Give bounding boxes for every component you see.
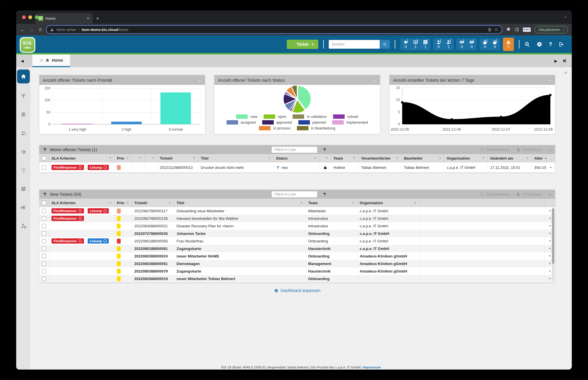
- column-header-prio[interactable]: Prio: [115, 199, 132, 207]
- column-filter-icon[interactable]: [526, 157, 529, 160]
- settings-gear-icon[interactable]: [536, 41, 542, 47]
- column-header-status[interactable]: Status: [274, 154, 319, 162]
- row-checkbox[interactable]: [42, 231, 46, 236]
- select-all-checkbox[interactable]: [42, 156, 46, 160]
- list-filter-input[interactable]: [272, 191, 317, 198]
- column-header-sla[interactable]: SLA Kriterien: [49, 154, 115, 162]
- sidebar-item-admin[interactable]: [16, 217, 30, 235]
- row-actions-icon[interactable]: [549, 166, 552, 169]
- column-header-titel[interactable]: Titel: [199, 154, 274, 162]
- column-filter-icon[interactable]: [151, 157, 155, 160]
- column-filter-icon[interactable]: [126, 157, 129, 160]
- row-checkbox[interactable]: [42, 239, 46, 243]
- column-filter-icon[interactable]: [300, 201, 303, 205]
- csv-export-button[interactable]: CSV-Export: [516, 192, 542, 196]
- scrollbar-thumb[interactable]: [552, 208, 554, 264]
- forward-button[interactable]: →: [29, 27, 34, 32]
- table-row[interactable]: 2022080388000024 neuer Mitarbeiter NAME …: [39, 252, 555, 260]
- column-filter-icon[interactable]: [268, 157, 271, 160]
- table-row[interactable]: 2022080188000091 Zugangskarte Haustechni…: [39, 245, 555, 252]
- bulk-action-button[interactable]: Sammelaktion: [480, 147, 510, 152]
- column-header-titel[interactable]: Titel: [174, 199, 306, 207]
- column-filter-icon[interactable]: [109, 157, 112, 160]
- toolbar-counter[interactable]: 0: [492, 40, 497, 49]
- row-actions-icon[interactable]: [548, 232, 551, 235]
- search-button[interactable]: [380, 40, 390, 49]
- customer-search-icon[interactable]: [524, 41, 530, 47]
- filter-icon[interactable]: [323, 192, 327, 196]
- update-extension-button[interactable]: Aktualisieren: [534, 26, 568, 33]
- column-filter-icon[interactable]: [351, 201, 355, 205]
- customize-dashboard-link[interactable]: Dashboard anpassen: [39, 288, 555, 293]
- column-filter-icon[interactable]: [353, 157, 356, 160]
- reload-button[interactable]: [38, 28, 42, 32]
- browser-tab[interactable]: KIX Home ✕: [35, 13, 93, 24]
- row-checkbox[interactable]: [42, 224, 46, 228]
- extensions-icon[interactable]: [506, 27, 511, 32]
- sidebar-item-contacts[interactable]: [16, 124, 30, 142]
- column-header-prio[interactable]: Prio: [115, 154, 132, 162]
- search-input[interactable]: [329, 40, 380, 49]
- list-filter-input[interactable]: [272, 147, 317, 153]
- close-window-button[interactable]: [22, 15, 26, 19]
- filter-icon[interactable]: [323, 148, 327, 152]
- close-tab-icon[interactable]: ✕: [87, 16, 90, 21]
- kix-logo[interactable]: KIX PRO: [20, 37, 35, 53]
- column-header-sla[interactable]: SLA Kriterien: [49, 199, 115, 207]
- sidebar-item-reports[interactable]: [16, 180, 30, 198]
- sidebar-item-news[interactable]: [16, 198, 30, 217]
- row-checkbox[interactable]: [42, 209, 46, 213]
- table-row[interactable]: FirstResponsei Lösungi 2022080188000055 …: [39, 237, 555, 245]
- tab-home[interactable]: Home: [32, 54, 70, 67]
- back-button[interactable]: ←: [20, 27, 25, 32]
- column-header-empty[interactable]: [132, 154, 145, 162]
- row-actions-icon[interactable]: [548, 217, 551, 220]
- column-filter-icon[interactable]: [139, 157, 142, 160]
- column-filter-ic[interactable]: [482, 157, 485, 160]
- tab-search-chevron-icon[interactable]: ⌄: [564, 14, 567, 19]
- url-bar[interactable]: Nicht sicher itsm-demo.kix.cloud/home ☆: [46, 25, 502, 34]
- row-checkbox[interactable]: [42, 216, 46, 221]
- column-filter-icon[interactable]: [168, 201, 172, 205]
- column-filter-icon[interactable]: [438, 157, 442, 160]
- column-header-organisation[interactable]: Organisation: [357, 199, 420, 207]
- table-row[interactable]: FirstResponsei Lösungi 2022062788000117 …: [39, 207, 555, 215]
- refresh-tab-icon[interactable]: [39, 59, 43, 62]
- column-header-ticket[interactable]: Ticket#: [132, 199, 174, 207]
- row-actions-icon[interactable]: [548, 209, 551, 212]
- row-actions-icon[interactable]: [548, 277, 551, 280]
- row-checkbox[interactable]: [42, 262, 46, 266]
- table-row[interactable]: 2022072788000035 Johannes Tacke Onboardi…: [39, 230, 555, 237]
- column-filter-icon[interactable]: [325, 157, 328, 160]
- minimize-window-button[interactable]: [28, 15, 32, 19]
- row-checkbox[interactable]: [42, 246, 46, 251]
- table-row[interactable]: 2022063088000021 Disaster Recovery Plan …: [39, 222, 555, 230]
- column-header-empty[interactable]: [145, 154, 157, 162]
- table-scrollbar[interactable]: [552, 208, 554, 282]
- column-header-team[interactable]: Team: [306, 199, 357, 207]
- maximize-window-button[interactable]: [35, 15, 38, 19]
- row-actions-icon[interactable]: [548, 255, 551, 257]
- impressum-link[interactable]: Impressum: [363, 366, 381, 369]
- column-header-ticket[interactable]: Ticket#: [157, 154, 199, 162]
- logout-icon[interactable]: [558, 41, 564, 47]
- column-filter-icon[interactable]: [313, 157, 317, 160]
- toolbar-counter[interactable]: 1: [446, 40, 451, 49]
- row-actions-icon[interactable]: [548, 240, 551, 242]
- scroll-tabs-left-icon[interactable]: ◀: [21, 59, 24, 63]
- collapse-widget-icon[interactable]: [198, 78, 201, 82]
- sidebar-item-assets[interactable]: [16, 105, 30, 124]
- sidebar-item-faq[interactable]: [16, 161, 30, 180]
- row-checkbox[interactable]: [42, 269, 46, 273]
- toolbar-counter[interactable]: 0: [436, 40, 441, 49]
- side-panel-icon[interactable]: [514, 27, 519, 32]
- share-icon[interactable]: [488, 28, 492, 32]
- toolbar-counter[interactable]: 0: [459, 40, 464, 49]
- column-filter-icon[interactable]: [109, 201, 112, 205]
- ticket-menu-icon[interactable]: [290, 42, 294, 46]
- collapse-widget-icon[interactable]: [548, 78, 552, 82]
- row-checkbox[interactable]: [42, 254, 46, 258]
- column-filter-icon[interactable]: [126, 201, 129, 205]
- new-ticket-button[interactable]: Ticket: [287, 40, 318, 49]
- column-filter-icon[interactable]: [396, 157, 399, 160]
